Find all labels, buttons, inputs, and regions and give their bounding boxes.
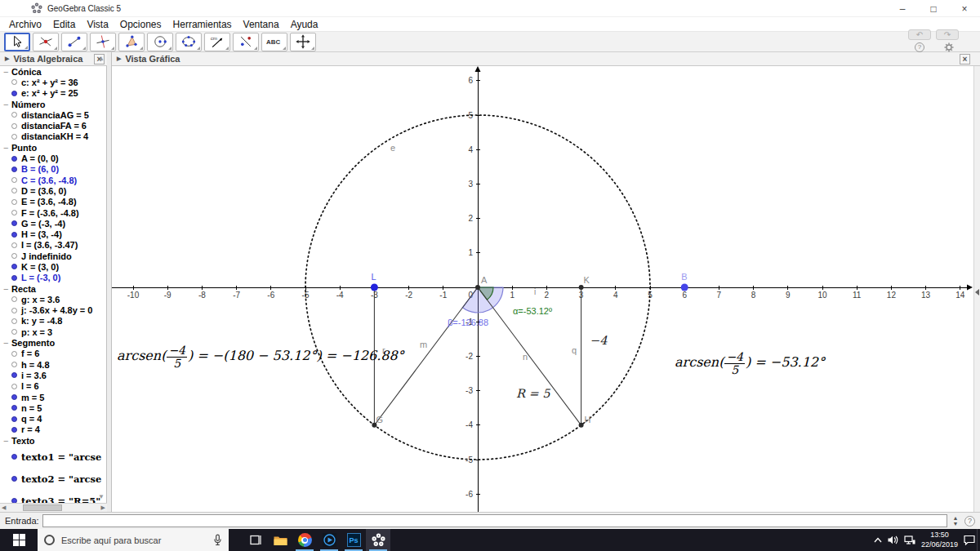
algebra-item[interactable]: distanciaAG = 5 bbox=[0, 109, 107, 120]
geogebra-taskbar-button[interactable] bbox=[366, 529, 390, 551]
tool-circle[interactable] bbox=[147, 33, 173, 51]
algebra-item[interactable]: c: x² + y² = 36 bbox=[0, 77, 107, 87]
algebra-item[interactable]: B = (6, 0) bbox=[0, 164, 107, 175]
algebra-item[interactable]: texto3 = "R=5" bbox=[0, 490, 107, 504]
visibility-dot[interactable] bbox=[11, 329, 17, 335]
visibility-dot[interactable] bbox=[11, 416, 17, 422]
visibility-dot[interactable] bbox=[11, 199, 17, 205]
menu-archivo[interactable]: Archivo bbox=[3, 17, 47, 32]
file-explorer-button[interactable] bbox=[268, 529, 292, 551]
algebra-item[interactable]: C = (3.6, -4.8) bbox=[0, 175, 107, 185]
tool-move[interactable] bbox=[4, 33, 30, 51]
settings-gear-icon[interactable] bbox=[944, 42, 954, 52]
scroll-right-icon[interactable]: ▶ bbox=[101, 504, 105, 511]
hidden-icons-chevron-icon[interactable] bbox=[874, 537, 882, 543]
panel-menu-triangle-icon[interactable]: ▶ bbox=[117, 56, 121, 62]
menu-vista[interactable]: Vista bbox=[81, 17, 114, 32]
visibility-dot[interactable] bbox=[11, 91, 17, 96]
algebra-item[interactable]: k: y = -4.8 bbox=[0, 316, 107, 327]
algebra-section-punto[interactable]: −Punto bbox=[0, 142, 107, 153]
visibility-dot[interactable] bbox=[11, 318, 17, 324]
algebra-section-texto[interactable]: −Texto bbox=[0, 435, 107, 446]
tool-measure[interactable]: cm bbox=[204, 33, 230, 51]
visibility-dot[interactable] bbox=[11, 476, 17, 482]
visibility-dot[interactable] bbox=[11, 372, 17, 378]
visibility-dot[interactable] bbox=[11, 79, 17, 85]
menu-ayuda[interactable]: Ayuda bbox=[285, 17, 324, 32]
algebra-item[interactable]: D = (3.6, 0) bbox=[0, 185, 107, 196]
minimize-button[interactable]: – bbox=[887, 0, 918, 17]
algebra-item[interactable]: i = 3.6 bbox=[0, 370, 107, 380]
start-button[interactable] bbox=[0, 529, 38, 551]
tool-point[interactable] bbox=[33, 33, 59, 51]
algebra-scroll-up-icon[interactable]: ▲ bbox=[98, 55, 105, 62]
visibility-dot[interactable] bbox=[11, 242, 17, 248]
clock[interactable]: 13:50 22/06/2019 bbox=[921, 531, 958, 549]
visibility-dot[interactable] bbox=[11, 405, 17, 411]
graphics-close-icon[interactable]: × bbox=[960, 54, 970, 64]
collapse-minus-icon[interactable]: − bbox=[3, 143, 11, 153]
scroll-left-icon[interactable]: ◀ bbox=[2, 504, 6, 511]
tool-transform[interactable] bbox=[233, 33, 259, 51]
collapse-minus-icon[interactable]: − bbox=[3, 284, 11, 294]
menu-ventana[interactable]: Ventana bbox=[238, 17, 285, 32]
visibility-dot[interactable] bbox=[11, 232, 17, 238]
algebra-section-recta[interactable]: −Recta bbox=[0, 283, 107, 294]
visibility-dot[interactable] bbox=[11, 384, 17, 389]
algebra-section-número[interactable]: −Número bbox=[0, 99, 107, 109]
visibility-dot[interactable] bbox=[11, 454, 17, 460]
taskbar-search[interactable]: Escribe aquí para buscar bbox=[38, 529, 229, 551]
visibility-dot[interactable] bbox=[11, 427, 17, 433]
visibility-dot[interactable] bbox=[11, 275, 17, 281]
algebra-item[interactable]: L = (-3, 0) bbox=[0, 273, 107, 283]
algebra-item[interactable]: G = (-3, -4) bbox=[0, 218, 107, 229]
visibility-dot[interactable] bbox=[11, 112, 17, 118]
show-desktop-button[interactable] bbox=[977, 529, 980, 551]
visibility-dot[interactable] bbox=[11, 220, 17, 226]
algebra-view-header[interactable]: ▶ Vista Algebraica × bbox=[0, 52, 107, 66]
algebra-item[interactable]: J indefinido bbox=[0, 251, 107, 261]
algebra-item[interactable]: l = 6 bbox=[0, 381, 107, 392]
visibility-dot[interactable] bbox=[11, 156, 17, 162]
algebra-item[interactable]: F = (-3.6, -4.8) bbox=[0, 207, 107, 218]
visibility-dot[interactable] bbox=[11, 177, 17, 183]
visibility-dot[interactable] bbox=[11, 362, 17, 367]
collapse-panel-icon[interactable] bbox=[975, 289, 979, 295]
algebra-scroll-down-icon[interactable]: ▼ bbox=[98, 493, 105, 500]
algebra-item[interactable]: n = 5 bbox=[0, 402, 107, 413]
algebra-section-cónica[interactable]: −Cónica bbox=[0, 66, 107, 77]
tool-text[interactable]: ABC bbox=[261, 33, 287, 51]
redo-button[interactable]: ↷ bbox=[936, 29, 959, 40]
menu-herramientas[interactable]: Herramientas bbox=[167, 17, 238, 32]
graphics-view-header[interactable]: ▶ Vista Gráfica × bbox=[112, 52, 980, 66]
chrome-button[interactable] bbox=[292, 529, 317, 551]
algebra-item[interactable]: H = (3, -4) bbox=[0, 229, 107, 239]
algebra-item[interactable]: f = 6 bbox=[0, 349, 107, 359]
network-icon[interactable] bbox=[904, 535, 915, 544]
tool-special-line[interactable] bbox=[90, 33, 116, 51]
visibility-dot[interactable] bbox=[11, 264, 17, 269]
visibility-dot[interactable] bbox=[11, 188, 17, 193]
algebra-item[interactable]: p: x = 3 bbox=[0, 327, 107, 337]
maximize-button[interactable]: □ bbox=[918, 0, 949, 17]
collapse-minus-icon[interactable]: − bbox=[3, 67, 11, 77]
help-icon[interactable]: ? bbox=[915, 42, 924, 52]
algebra-item[interactable]: e: x² + y² = 25 bbox=[0, 88, 107, 99]
menu-edita[interactable]: Edita bbox=[47, 17, 81, 32]
algebra-item[interactable]: texto1 = "arcse bbox=[0, 446, 107, 468]
algebra-item[interactable]: texto2 = "arcse bbox=[0, 468, 107, 490]
collapse-minus-icon[interactable]: − bbox=[3, 338, 11, 348]
algebra-item[interactable]: j: -3.6x + 4.8y = 0 bbox=[0, 305, 107, 316]
visibility-dot[interactable] bbox=[11, 253, 17, 259]
task-view-button[interactable] bbox=[243, 529, 268, 551]
visibility-dot[interactable] bbox=[11, 308, 17, 313]
scrollbar-thumb[interactable] bbox=[23, 504, 62, 511]
algebra-item[interactable]: E = (3.6, -4.8) bbox=[0, 197, 107, 207]
visibility-dot[interactable] bbox=[11, 394, 17, 400]
tool-move-canvas[interactable] bbox=[290, 33, 316, 51]
algebra-item[interactable]: m = 5 bbox=[0, 392, 107, 402]
photoshop-button[interactable]: Ps bbox=[341, 529, 366, 551]
close-button[interactable]: × bbox=[949, 0, 980, 17]
panel-menu-triangle-icon[interactable]: ▶ bbox=[5, 56, 9, 62]
entrada-input[interactable] bbox=[42, 514, 947, 527]
